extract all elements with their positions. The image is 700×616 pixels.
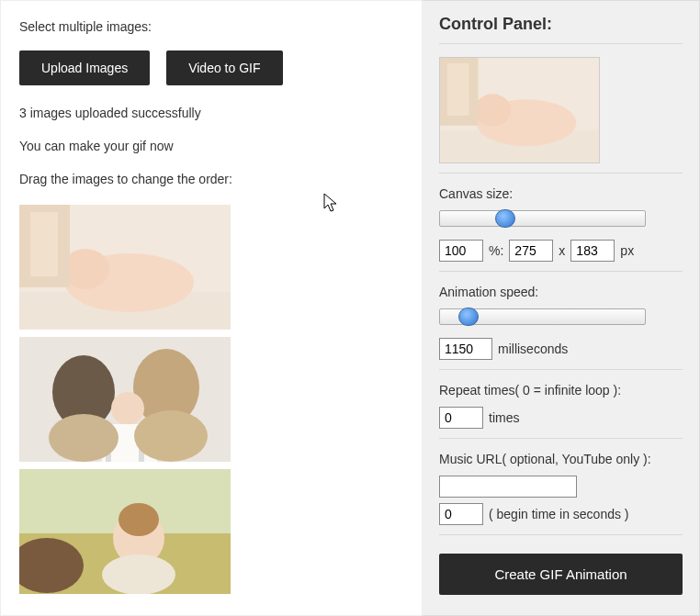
control-panel: Control Panel: Canvas size: %: x px	[423, 0, 700, 616]
preview-image	[439, 57, 600, 163]
control-panel-title: Control Panel:	[439, 15, 683, 34]
repeat-unit-label: times	[489, 410, 519, 425]
svg-point-24	[475, 94, 512, 126]
speed-row: milliseconds	[439, 338, 683, 360]
image-list	[19, 205, 403, 594]
music-url-input[interactable]	[439, 476, 577, 498]
svg-point-13	[49, 414, 119, 462]
speed-input[interactable]	[439, 338, 492, 360]
canvas-height-input[interactable]	[570, 240, 615, 262]
svg-point-9	[111, 392, 144, 425]
uploaded-image-1[interactable]	[19, 205, 231, 330]
drag-instruction-text: Drag the images to change the order:	[19, 172, 403, 186]
select-images-label: Select multiple images:	[19, 19, 403, 34]
repeat-input[interactable]	[439, 407, 483, 429]
svg-point-19	[102, 554, 175, 594]
button-row: Upload Images Video to GIF	[19, 50, 403, 85]
slider-thumb-icon[interactable]	[495, 209, 515, 228]
video-to-gif-button[interactable]: Video to GIF	[166, 50, 282, 85]
svg-point-14	[134, 410, 208, 462]
svg-point-18	[119, 503, 159, 536]
svg-rect-26	[447, 63, 469, 116]
canvas-percent-input[interactable]	[439, 240, 483, 262]
canvas-size-row: %: x px	[439, 240, 683, 262]
slider-thumb-icon[interactable]	[458, 308, 479, 326]
divider	[439, 534, 683, 535]
divider	[439, 438, 683, 439]
repeat-label: Repeat times( 0 = infinite loop ):	[439, 383, 683, 398]
upload-images-button[interactable]: Upload Images	[19, 50, 150, 85]
animation-speed-slider[interactable]	[439, 308, 646, 325]
canvas-size-label: Canvas size:	[439, 186, 683, 201]
percent-suffix: %:	[489, 243, 503, 258]
left-panel: Select multiple images: Upload Images Vi…	[0, 0, 423, 616]
divider	[439, 43, 683, 44]
begin-time-input[interactable]	[439, 503, 483, 525]
music-url-label: Music URL( optional, YouTube only ):	[439, 452, 683, 466]
ready-status-text: You can make your gif now	[19, 139, 403, 153]
uploaded-image-3[interactable]	[19, 469, 231, 594]
divider	[439, 271, 683, 272]
uploaded-image-2[interactable]	[19, 337, 231, 462]
divider	[439, 173, 683, 174]
divider	[439, 369, 683, 370]
x-separator: x	[559, 243, 565, 258]
begin-time-label: ( begin time in seconds )	[489, 507, 629, 521]
canvas-size-slider[interactable]	[439, 210, 646, 227]
begin-time-row: ( begin time in seconds )	[439, 503, 683, 525]
repeat-row: times	[439, 407, 683, 429]
animation-speed-label: Animation speed:	[439, 285, 683, 299]
speed-unit-label: milliseconds	[498, 342, 568, 356]
upload-status-text: 3 images uploaded successfully	[19, 106, 403, 120]
canvas-width-input[interactable]	[509, 240, 553, 262]
px-suffix: px	[620, 243, 634, 258]
svg-rect-5	[30, 212, 58, 276]
create-gif-button[interactable]: Create GIF Animation	[439, 554, 683, 595]
music-row	[439, 476, 683, 498]
